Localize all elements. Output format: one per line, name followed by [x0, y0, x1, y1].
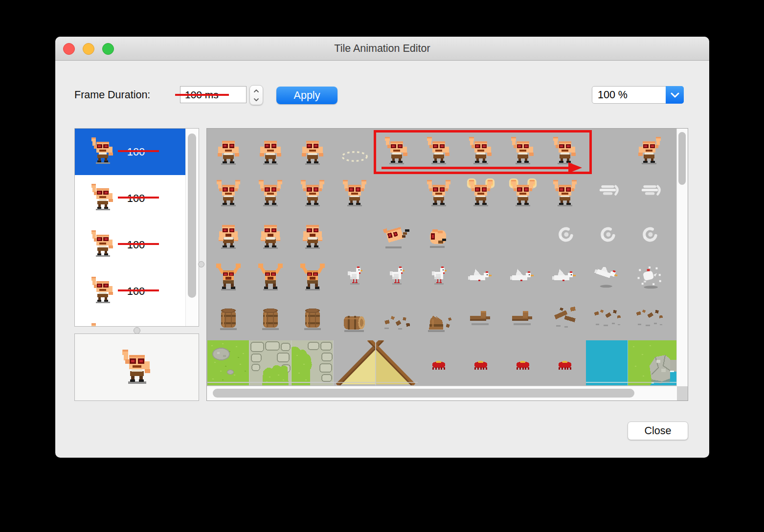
sprite-char-stand[interactable]: [298, 137, 327, 166]
sprite-char-fists[interactable]: [214, 221, 243, 250]
sprite-smoke-dash[interactable]: [641, 184, 663, 196]
sprite-barrel-tipped[interactable]: [342, 313, 367, 332]
sprite-char-fists[interactable]: [298, 221, 327, 250]
tileset-vertical-scrollbar[interactable]: [676, 129, 688, 386]
sprite-tile-water[interactable]: [586, 340, 628, 385]
annotation-strikethrough: [118, 243, 159, 245]
sprite-chicken[interactable]: [388, 265, 406, 285]
sprite-bug[interactable]: [515, 360, 531, 370]
animation-preview: [74, 333, 199, 401]
sprite-bird[interactable]: [468, 269, 494, 283]
sprite-bug[interactable]: [557, 360, 573, 370]
vertical-scroll-thumb[interactable]: [678, 132, 686, 185]
stepper-up-button[interactable]: [250, 86, 263, 95]
sprite-bug[interactable]: [430, 360, 447, 370]
sprite-char-raise: [89, 229, 117, 259]
sprite-char-cheer-glow[interactable]: [466, 178, 495, 208]
sprite-tile-stone-b[interactable]: [292, 340, 334, 385]
sprite-barrel[interactable]: [302, 306, 323, 330]
sprite-smoke-puff[interactable]: [640, 226, 660, 243]
frame-duration-value: 100: [121, 314, 151, 327]
tile-animation-editor-window: Tile Animation Editor Frame Duration: Ap…: [55, 37, 709, 458]
sprite-wood[interactable]: [468, 309, 494, 326]
sprite-debris-bits[interactable]: [382, 313, 411, 331]
sprite-char-fists[interactable]: [256, 221, 285, 250]
apply-button[interactable]: Apply: [276, 87, 337, 104]
frame-list-item[interactable]: 100: [75, 175, 186, 222]
sprite-char-cheer[interactable]: [214, 178, 243, 208]
scrollbar-corner: [677, 386, 688, 400]
frame-list[interactable]: 100100100100100: [74, 128, 199, 327]
frame-list-item[interactable]: 100: [75, 222, 186, 268]
annotation-strikethrough: [118, 150, 159, 152]
sprite-char-raise: [89, 322, 117, 327]
sprite-chicken[interactable]: [346, 265, 364, 285]
tileset-view: [206, 128, 688, 401]
zoom-select-button[interactable]: [666, 86, 684, 104]
annotation-strikethrough-input: [175, 94, 229, 96]
sprite-char-cheer[interactable]: [256, 178, 285, 208]
sprite-char-cheer[interactable]: [298, 178, 327, 208]
frame-list-item[interactable]: 100: [75, 129, 186, 175]
sprite-bug[interactable]: [472, 360, 489, 370]
frame-list-items: 100100100100100: [75, 129, 186, 326]
sprite-tile-sliver[interactable]: [670, 340, 676, 385]
sprite-bird[interactable]: [552, 269, 578, 283]
zoom-select-value: 100 %: [598, 87, 628, 103]
sprite-char-cheer[interactable]: [550, 178, 580, 208]
stepper-down-button[interactable]: [250, 95, 263, 104]
sprite-feather-burst[interactable]: [636, 266, 662, 289]
sprite-wood-fly[interactable]: [551, 305, 579, 329]
splitter-handle-bottom[interactable]: [134, 327, 140, 334]
annotation-arrow: [382, 167, 569, 169]
sprite-wood[interactable]: [510, 309, 536, 326]
frame-duration-label: Frame Duration:: [74, 89, 150, 101]
title-bar[interactable]: Tile Animation Editor: [55, 37, 709, 61]
sprite-tile-tent[interactable]: [334, 340, 418, 385]
sprite-bird-swoop[interactable]: [594, 267, 620, 288]
chevron-down-icon: [253, 98, 259, 102]
sprite-char-cheer-glow[interactable]: [508, 178, 538, 208]
sprite-char-raise-flip[interactable]: [634, 136, 664, 166]
sprite-bird[interactable]: [510, 269, 536, 283]
sprite-char-cheer[interactable]: [340, 178, 369, 208]
chevron-down-icon: [671, 92, 679, 98]
sprite-wood-scatter[interactable]: [634, 308, 664, 328]
sprite-chicken[interactable]: [430, 265, 449, 285]
zoom-select[interactable]: 100 %: [592, 86, 684, 104]
sprite-char-ypose[interactable]: [214, 262, 243, 292]
sprite-char-stand[interactable]: [256, 137, 285, 166]
frame-list-scrollbar[interactable]: [185, 129, 199, 326]
sprite-char-stand[interactable]: [214, 137, 243, 166]
frame-duration-stepper: [249, 85, 263, 105]
sprite-tile-grass-rock[interactable]: [628, 340, 670, 385]
sprite-char-raise: [89, 136, 117, 166]
sprite-tile-stone-a[interactable]: [249, 340, 292, 385]
sprite-smoke-dash[interactable]: [599, 184, 621, 196]
sprite-char-ypose[interactable]: [256, 262, 285, 292]
screenshot-stage: Tile Animation Editor Frame Duration: Ap…: [0, 0, 764, 532]
sprite-char-cheer[interactable]: [424, 178, 453, 208]
frame-list-item[interactable]: 100: [75, 268, 186, 314]
horizontal-scroll-thumb[interactable]: [213, 389, 634, 398]
sprite-char-ypose[interactable]: [298, 262, 327, 292]
sprite-char-raise: [89, 276, 117, 305]
sprite-dust-ring[interactable]: [340, 151, 369, 162]
sprite-smoke-puff[interactable]: [598, 226, 618, 243]
tileset-horizontal-scrollbar[interactable]: [207, 386, 677, 400]
splitter-handle-right[interactable]: [198, 261, 204, 267]
sprite-barrel[interactable]: [218, 306, 239, 330]
close-button[interactable]: Close: [628, 421, 688, 440]
sprite-char-fall[interactable]: [382, 224, 411, 248]
frame-list-scroll-thumb[interactable]: [188, 133, 196, 298]
sprite-char-roll[interactable]: [427, 226, 451, 248]
sprite-barrel[interactable]: [260, 306, 281, 330]
window-title: Tile Animation Editor: [55, 37, 709, 60]
sprite-barrel-broken[interactable]: [425, 311, 452, 332]
sprite-smoke-puff[interactable]: [556, 226, 576, 243]
sprite-wood-scatter[interactable]: [592, 308, 622, 328]
sprite-tile-grass[interactable]: [207, 340, 249, 385]
annotation-arrow-head: [568, 162, 582, 173]
frame-list-item[interactable]: 100: [75, 314, 186, 327]
tileset-canvas[interactable]: [207, 129, 677, 386]
